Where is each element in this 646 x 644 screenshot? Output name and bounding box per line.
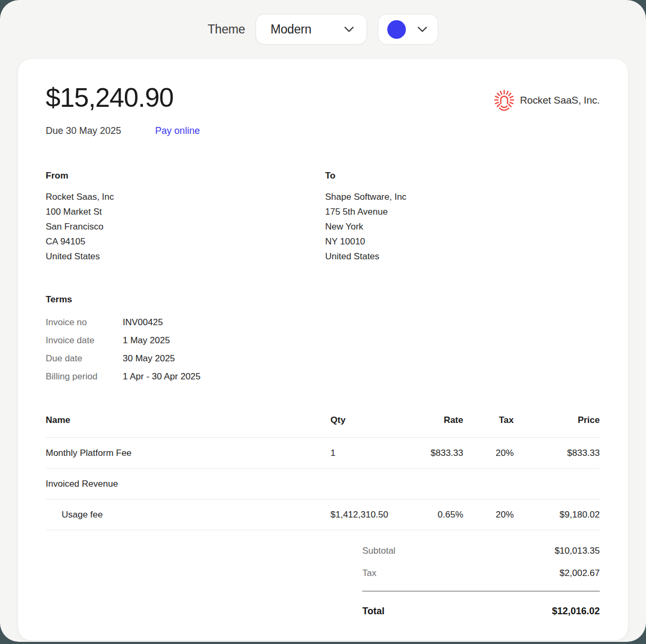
address-line: New York <box>325 219 406 234</box>
tax-row: Tax $2,002.67 <box>362 569 600 578</box>
item-price: $9,180.02 <box>514 510 600 520</box>
from-heading: From <box>46 171 325 181</box>
table-row: Usage fee $1,412,310.50 0.65% 20% $9,180… <box>46 499 600 530</box>
item-name: Usage fee <box>46 510 330 520</box>
preview-panel: Theme Modern $15,240.90 <box>0 0 646 642</box>
term-value: 30 May 2025 <box>123 350 175 368</box>
address-line: United States <box>325 249 406 264</box>
subtotal-value: $10,013.35 <box>555 546 600 556</box>
item-qty: $1,412,310.50 <box>330 510 389 520</box>
invoice-card: $15,240.90 <box>18 58 628 641</box>
subtotal-row: Subtotal $10,013.35 <box>362 546 600 556</box>
column-header-tax: Tax <box>463 415 514 426</box>
line-items-table: Name Qty Rate Tax Price Monthly Platform… <box>46 415 600 530</box>
column-header-qty: Qty <box>330 415 389 426</box>
term-label: Due date <box>46 350 123 368</box>
total-divider <box>362 591 600 591</box>
theme-dropdown[interactable]: Modern <box>256 14 367 45</box>
table-group-row: Invoiced Revenue <box>46 469 600 499</box>
theme-dropdown-value: Modern <box>270 22 311 37</box>
group-name: Invoiced Revenue <box>46 479 600 489</box>
term-value: 1 May 2025 <box>123 332 170 350</box>
total-value: $12,016.02 <box>552 606 600 616</box>
invoice-header: $15,240.90 <box>46 83 600 113</box>
address-line: San Francisco <box>46 219 325 234</box>
term-label: Invoice date <box>46 332 123 350</box>
terms-heading: Terms <box>46 294 600 305</box>
pay-online-link[interactable]: Pay online <box>155 125 200 137</box>
term-label: Invoice no <box>46 313 123 332</box>
term-row: Invoice date 1 May 2025 <box>46 332 600 350</box>
total-row: Total $12,016.02 <box>362 606 600 616</box>
address-line: CA 94105 <box>46 234 325 249</box>
subtotal-label: Subtotal <box>362 546 395 556</box>
item-rate: $833.33 <box>389 448 463 459</box>
tax-label: Tax <box>362 569 376 578</box>
due-row: Due 30 May 2025 Pay online <box>46 125 600 137</box>
color-swatch <box>387 20 406 39</box>
item-tax: 20% <box>463 510 514 520</box>
chevron-down-icon <box>344 27 354 32</box>
to-address: To Shape Software, Inc 175 5th Avenue Ne… <box>325 171 406 264</box>
address-line: Shape Software, Inc <box>325 190 406 205</box>
invoice-number-link[interactable]: INV00425 <box>123 313 163 332</box>
item-name: Monthly Platform Fee <box>46 448 330 459</box>
address-line: United States <box>46 249 325 264</box>
column-header-rate: Rate <box>389 415 463 426</box>
table-header-row: Name Qty Rate Tax Price <box>46 415 600 438</box>
item-qty: 1 <box>330 448 389 459</box>
company-name: Rocket SaaS, Inc. <box>520 95 600 106</box>
theme-bar: Theme Modern <box>0 0 646 58</box>
address-line: NY 10010 <box>325 234 406 249</box>
color-dropdown[interactable] <box>378 14 438 45</box>
address-line: Rocket Saas, Inc <box>46 190 325 205</box>
term-value: 1 Apr - 30 Apr 2025 <box>123 368 201 386</box>
table-row: Monthly Platform Fee 1 $833.33 20% $833.… <box>46 438 600 469</box>
total-label: Total <box>362 606 385 616</box>
term-row: Invoice no INV00425 <box>46 313 600 332</box>
theme-label: Theme <box>208 22 245 37</box>
address-line: 175 5th Avenue <box>325 205 406 219</box>
column-header-name: Name <box>46 415 330 426</box>
term-row: Billing period 1 Apr - 30 Apr 2025 <box>46 368 600 386</box>
term-label: Billing period <box>46 368 123 386</box>
terms-section: Terms Invoice no INV00425 Invoice date 1… <box>46 294 600 386</box>
item-tax: 20% <box>463 448 514 459</box>
due-date-text: Due 30 May 2025 <box>46 125 121 137</box>
totals-section: Subtotal $10,013.35 Tax $2,002.67 Total … <box>362 546 600 616</box>
rocket-logo-icon <box>494 90 514 111</box>
column-header-price: Price <box>514 415 600 426</box>
item-price: $833.33 <box>514 448 600 459</box>
chevron-down-icon <box>418 27 427 32</box>
to-heading: To <box>325 171 406 181</box>
tax-value: $2,002.67 <box>559 569 600 578</box>
item-rate: 0.65% <box>389 510 463 520</box>
from-address: From Rocket Saas, Inc 100 Market St San … <box>46 171 325 264</box>
address-line: 100 Market St <box>46 205 325 219</box>
addresses-section: From Rocket Saas, Inc 100 Market St San … <box>46 171 600 264</box>
term-row: Due date 30 May 2025 <box>46 350 600 368</box>
company-identity: Rocket SaaS, Inc. <box>494 90 600 111</box>
